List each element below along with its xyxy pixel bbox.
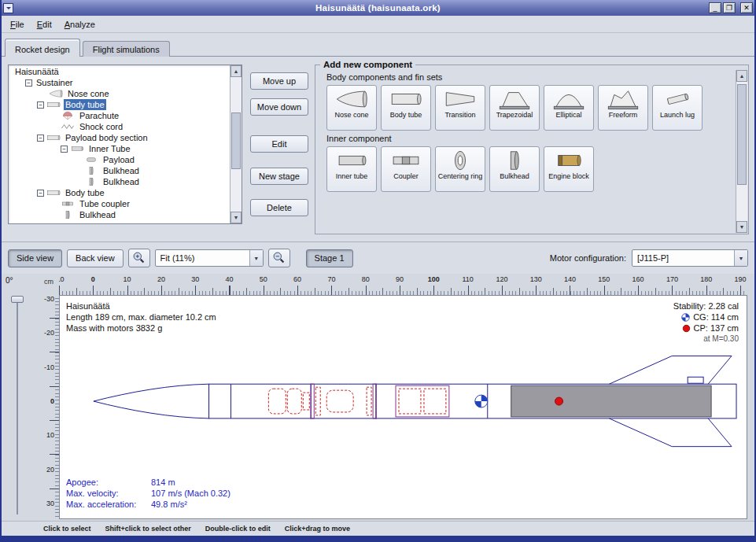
rocket-figure-area: 0° cm -100102030405060708090100110120130… [0, 274, 756, 521]
scroll-up-icon[interactable]: ▲ [230, 65, 242, 77]
ruler-unit-label: cm [44, 278, 53, 286]
new-stage-button[interactable]: New stage [250, 168, 308, 185]
add-panel-scrollbar[interactable]: ▲ ▼ [736, 70, 747, 233]
window-menu-icon[interactable] [3, 3, 13, 13]
add-bulkhead-button[interactable]: Bulkhead [489, 146, 540, 192]
elliptical-icon [551, 88, 586, 110]
scroll-up-icon[interactable]: ▲ [736, 70, 747, 82]
magminus-icon [272, 251, 286, 266]
menu-analyze[interactable]: Analyze [58, 17, 101, 31]
minimize-button[interactable]: _ [709, 2, 721, 13]
flight-stat-label: Max. acceleration: [66, 499, 151, 510]
tree-item-haisun-t[interactable]: Haisunäätä [9, 66, 230, 77]
tree-expander-icon[interactable]: − [37, 101, 44, 109]
add-trapezoidal-button[interactable]: Trapezoidal [489, 85, 540, 131]
tree-expander-icon[interactable]: − [25, 79, 32, 87]
zoom-in-button[interactable] [128, 249, 150, 267]
side-view-button[interactable]: Side view [8, 249, 62, 267]
tree-expander-icon[interactable]: − [37, 190, 44, 197]
back-view-button[interactable]: Back view [67, 249, 124, 267]
menu-file[interactable]: File [4, 17, 31, 31]
rotation-slider[interactable] [17, 297, 18, 514]
component-button-label: Freeform [609, 111, 638, 119]
tree-item-label: Tube coupler [78, 198, 131, 209]
horizontal-ruler: -100102030405060708090100110120130140150… [59, 274, 747, 295]
tree-item-tube-coupler[interactable]: Tube coupler [9, 198, 230, 209]
scrollbar-thumb[interactable] [231, 112, 241, 169]
titlebar[interactable]: Haisunäätä (haisunaata.ork) _❐✕ [0, 0, 756, 16]
window-frame [0, 536, 756, 542]
tab-bar: Rocket designFlight simulations [0, 33, 756, 57]
maximize-button[interactable]: ❐ [723, 2, 736, 13]
add-body-tube-button[interactable]: Body tube [381, 85, 431, 131]
stage-1-toggle[interactable]: Stage 1 [306, 249, 353, 267]
tree-item-payload-body-section[interactable]: −Payload body section [9, 132, 230, 143]
move-down-button[interactable]: Move down [250, 98, 308, 116]
tree-scrollbar[interactable]: ▲ ▼ [230, 65, 242, 223]
launchlug-icon [660, 88, 695, 110]
tree-item-shock-cord[interactable]: Shock cord [9, 121, 230, 132]
add-coupler-button[interactable]: Coupler [381, 146, 431, 192]
motor-config-select[interactable]: [J115-P] ▼ [632, 249, 748, 267]
tree-item-parachute[interactable]: Parachute [9, 110, 230, 121]
tree-item-inner-tube[interactable]: −Inner Tube [9, 143, 230, 154]
add-nose-cone-button[interactable]: Nose cone [326, 85, 377, 131]
scrollbar-thumb[interactable] [737, 84, 747, 185]
edit-button[interactable]: Edit [250, 135, 308, 153]
add-centering-ring-button[interactable]: Centering ring [435, 146, 485, 192]
close-button[interactable]: ✕ [740, 2, 753, 13]
delete-button[interactable]: Delete [250, 199, 308, 216]
scroll-down-icon[interactable]: ▼ [230, 212, 242, 223]
h-ruler-number: 150 [598, 275, 610, 283]
add-elliptical-button[interactable]: Elliptical [544, 85, 594, 131]
flight-stat-value: 814 m [151, 477, 175, 488]
window-title: Haisunäätä (haisunaata.ork) [0, 3, 756, 13]
tree-item-label: Bulkhead [101, 176, 141, 187]
zoom-fit-select[interactable]: Fit (11%) ▼ [155, 249, 264, 267]
tree-item-label: Bulkhead [101, 165, 141, 176]
rocket-canvas[interactable]: Haisunäätä Length 189 cm, max. diameter … [59, 295, 747, 519]
zoom-out-button[interactable] [268, 249, 290, 267]
tree-item-label: Payload [101, 154, 136, 165]
tree-item-payload[interactable]: Payload [9, 154, 230, 165]
bulkhead-icon [84, 177, 98, 186]
component-button-label: Bulkhead [500, 172, 529, 180]
add-engine-block-button[interactable]: Engine block [544, 146, 594, 192]
tree-item-bulkhead[interactable]: Bulkhead [9, 165, 230, 176]
tree-item-body-tube[interactable]: −Body tube [9, 99, 230, 110]
rocket-info-block: Haisunäätä Length 189 cm, max. diameter … [66, 300, 216, 334]
tree-item-sustainer[interactable]: −Sustainer [9, 77, 230, 88]
cp-text: CP: 137 cm [694, 323, 739, 334]
h-ruler-number: 130 [530, 275, 542, 283]
add-freeform-button[interactable]: Freeform [598, 85, 648, 131]
move-up-button[interactable]: Move up [250, 72, 308, 90]
rotation-slider-handle[interactable] [11, 296, 24, 303]
engineblock-icon [551, 149, 586, 171]
menu-edit[interactable]: Edit [31, 17, 58, 31]
add-inner-tube-button[interactable]: Inner tube [326, 146, 377, 192]
nosecone-icon [49, 89, 63, 98]
v-ruler-number: -20 [44, 329, 54, 337]
tree-expander-icon[interactable]: − [37, 135, 44, 142]
tree-item-body-tube[interactable]: −Body tube [9, 187, 230, 198]
tree-item-label: Body tube [64, 187, 106, 198]
stability-text: Stability: 2.28 cal [673, 300, 739, 312]
view-toolbar: Side view Back view Fit (11%) ▼ Stage 1 … [0, 242, 756, 274]
flight-stat-label: Apogee: [66, 477, 151, 488]
tree-expander-icon[interactable]: − [61, 146, 68, 153]
h-ruler-number: 180 [700, 275, 712, 283]
bulkhead-icon [61, 210, 75, 219]
bodytube-icon [46, 133, 61, 142]
motor-body[interactable] [511, 385, 711, 417]
window-frame [0, 0, 2, 542]
tree-item-bulkhead[interactable]: Bulkhead [9, 176, 230, 187]
tree-item-nose-cone[interactable]: Nose cone [9, 88, 230, 99]
status-hint: Double-click to edit [205, 525, 271, 533]
tab-rocket-design[interactable]: Rocket design [5, 39, 80, 57]
scroll-down-icon[interactable]: ▼ [736, 221, 747, 233]
add-launch-lug-button[interactable]: Launch lug [652, 85, 703, 131]
tree-action-buttons: Move upMove downEditNew stageDelete [250, 57, 308, 242]
add-transition-button[interactable]: Transition [435, 85, 485, 131]
tab-flight-simulations[interactable]: Flight simulations [83, 41, 170, 57]
tree-item-bulkhead[interactable]: Bulkhead [9, 209, 230, 220]
